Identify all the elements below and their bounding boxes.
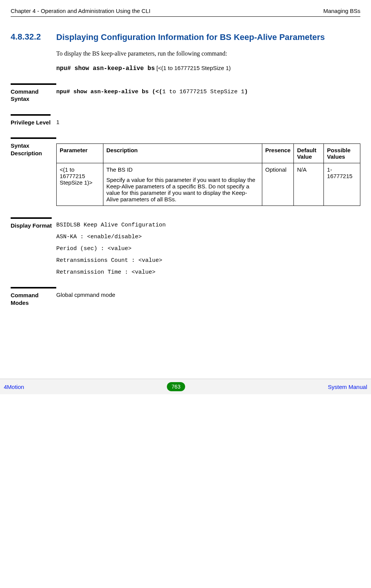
cmd-syntax-bold-a: npu# show asn-keep-alive bs (<( (56, 89, 162, 95)
display-format-block: Display Format BSIDLSB Keep Alive Config… (11, 217, 360, 276)
cell-possible: 1-16777215 (324, 163, 360, 206)
page: Chapter 4 - Operation and Administration… (0, 0, 371, 310)
command-syntax-block: Command Syntax npu# show asn-keep-alive … (11, 83, 360, 103)
syntax-table: Parameter Description Presence Default V… (56, 143, 360, 206)
cell-default: N/A (294, 163, 324, 206)
privilege-block: Privilege Level 1 (11, 114, 360, 126)
command-modes-label: Command Modes (11, 287, 56, 306)
cmd-syntax-mid: 1 to 16777215 StepSize 1 (162, 89, 244, 95)
cell-presence: Optional (262, 163, 294, 206)
syntax-description-label: Syntax Description (11, 137, 56, 157)
syntax-description-block: Syntax Description Parameter Description… (11, 137, 360, 206)
th-possible: Possible Values (324, 144, 360, 163)
command-trail: [<(1 to 16777215 StepSize 1) (155, 65, 231, 71)
display-line: BSIDLSB Keep Alive Configuration (56, 222, 360, 228)
command-bold: npu# show asn-keep-alive bs (56, 65, 155, 72)
section-heading: 4.8.32.2 Displaying Configuration Inform… (11, 32, 360, 43)
cmd-syntax-bold-b: ) (244, 89, 248, 95)
command-modes-block: Command Modes Global cpmmand mode (11, 287, 360, 306)
header-right: Managing BSs (323, 8, 360, 14)
section-number: 4.8.32.2 (11, 32, 56, 43)
page-footer: 4Motion 763 System Manual (0, 379, 371, 394)
desc-line2: Specify a value for this parameter if yo… (106, 177, 259, 202)
footer-right: System Manual (328, 384, 367, 390)
command-modes-value: Global cpmmand mode (56, 287, 360, 298)
privilege-label: Privilege Level (11, 114, 51, 126)
display-line: ASN-KA : <enable/disable> (56, 234, 360, 240)
running-header: Chapter 4 - Operation and Administration… (11, 8, 360, 17)
display-line: Period (sec) : <value> (56, 245, 360, 252)
cell-description: The BS ID Specify a value for this param… (103, 163, 262, 206)
th-parameter: Parameter (57, 144, 103, 163)
th-presence: Presence (262, 144, 294, 163)
footer-left: 4Motion (4, 384, 24, 390)
table-row: <(1 to 16777215 StepSize 1)> The BS ID S… (57, 163, 360, 206)
privilege-value: 1 (56, 114, 360, 125)
desc-line1: The BS ID (106, 166, 259, 173)
header-left: Chapter 4 - Operation and Administration… (11, 8, 151, 14)
section-title: Displaying Configuration Information for… (56, 32, 325, 43)
command-syntax-label: Command Syntax (11, 83, 56, 103)
table-header-row: Parameter Description Presence Default V… (57, 144, 360, 163)
th-default: Default Value (294, 144, 324, 163)
page-number-pill: 763 (167, 382, 185, 391)
th-description: Description (103, 144, 262, 163)
command-example: npu# show asn-keep-alive bs [<(1 to 1677… (56, 65, 360, 72)
intro-text: To display the BS keep-alive parameters,… (56, 50, 360, 57)
cell-parameter: <(1 to 16777215 StepSize 1)> (57, 163, 103, 206)
display-line: Retransmission Time : <value> (56, 269, 360, 276)
display-line: Retransmissions Count : <value> (56, 257, 360, 264)
display-format-label: Display Format (11, 217, 52, 229)
